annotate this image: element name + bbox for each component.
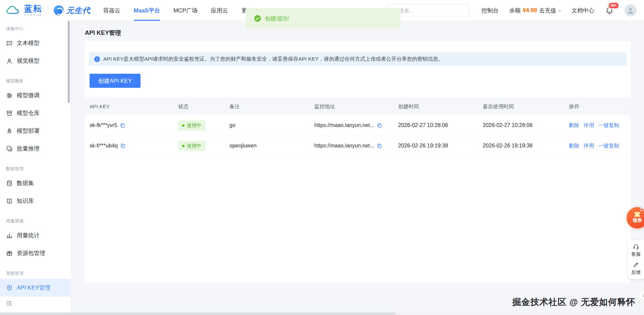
- sidebar-item-dataset[interactable]: 数据集: [0, 174, 70, 192]
- disable-link[interactable]: 停用: [584, 122, 594, 129]
- headset-icon: [633, 243, 639, 250]
- api-key-value: sk-fk***yvr5: [90, 122, 117, 128]
- balance-amount: ¥4.99: [523, 7, 537, 14]
- brand-logo[interactable]: 蓝耘 LANYUN: [6, 4, 43, 17]
- delete-link[interactable]: 删除: [569, 122, 579, 129]
- horizontal-scrollbar-thumb[interactable]: [0, 313, 396, 315]
- nav-item-container-cloud[interactable]: 容器云: [103, 0, 120, 21]
- sidebar-item-model-repo[interactable]: 模型仓库: [0, 104, 70, 122]
- balance-widget[interactable]: 余额 ¥4.99 去充值 ›: [509, 7, 561, 14]
- sidebar-section-experience: 体验中心: [6, 26, 70, 32]
- product-name: 元生代: [66, 5, 91, 16]
- copy-all-link[interactable]: 一键复制: [598, 142, 619, 149]
- copy-icon[interactable]: [120, 143, 126, 149]
- sidebar-item-label: 数据集: [17, 179, 34, 187]
- monitor-url-value: https://maas.lanyun.net...: [314, 122, 374, 128]
- sidebar: 体验中心 文本模型 视觉模型 模型服务 模型微调 模型仓库 模型部署 批量推理 …: [0, 21, 70, 312]
- sidebar-item-usage-stats[interactable]: 用量统计: [0, 227, 70, 244]
- feedback-label: 反馈: [631, 269, 641, 275]
- main-content: API KEY管理 API KEY是大模型API请求时的安全鉴权凭证。为了您的财…: [70, 21, 644, 312]
- cloud-logo-icon: [6, 5, 21, 15]
- rocket-icon: [6, 128, 13, 134]
- pencil-icon: [633, 261, 639, 268]
- create-api-key-button[interactable]: 创建API KEY: [90, 74, 141, 88]
- sidebar-item-api-key[interactable]: API KEY管理: [0, 279, 70, 297]
- sliders-icon: [6, 92, 13, 99]
- last-used-time: 2026-02-27 10:28:06: [483, 122, 533, 128]
- console-link[interactable]: 控制台: [481, 7, 498, 14]
- notifications-button[interactable]: 99+: [605, 6, 614, 15]
- sidebar-item-label: 文本模型: [17, 39, 40, 47]
- sidebar-item-resource-package[interactable]: 资源包管理: [0, 244, 70, 262]
- table-row: sk-fi***ub4q 使用中 openjiuwen https://maas…: [85, 136, 631, 156]
- sidebar-section-data-management: 数据管理: [6, 166, 70, 172]
- sidebar-item-deploy[interactable]: 模型部署: [0, 122, 70, 140]
- security-notice-banner: API KEY是大模型API请求时的安全鉴权凭证。为了您的财产和服务安全，请妥善…: [89, 52, 627, 66]
- horizontal-scrollbar[interactable]: [0, 312, 644, 315]
- copy-icon[interactable]: [377, 123, 382, 128]
- sidebar-item-label: 模型仓库: [17, 109, 40, 117]
- api-key-card: API KEY是大模型API请求时的安全鉴权凭证。为了您的财产和服务安全，请妥善…: [85, 41, 631, 283]
- sidebar-item-knowledge-base[interactable]: 知识库: [0, 192, 70, 210]
- recharge-link[interactable]: 去充值: [539, 7, 556, 14]
- created-time: 2026-02-27 10:28:06: [398, 122, 448, 128]
- success-toast: 创建成功!: [246, 8, 400, 29]
- sidebar-item-finetune[interactable]: 模型微调: [0, 86, 70, 104]
- api-key-value: sk-fi***ub4q: [90, 143, 118, 149]
- sidebar-scrollbar-thumb[interactable]: [68, 21, 70, 103]
- shield-key-icon: [6, 285, 13, 291]
- sidebar-collapse-icon[interactable]: [5, 300, 13, 307]
- layout: 体验中心 文本模型 视觉模型 模型服务 模型微调 模型仓库 模型部署 批量推理 …: [0, 21, 644, 312]
- delete-link[interactable]: 删除: [569, 142, 579, 149]
- column-header-monitor-url: 监控地址: [310, 103, 393, 110]
- nav-item-app-cloud[interactable]: 应用云: [211, 0, 228, 21]
- sidebar-section-model-service: 模型服务: [6, 78, 70, 84]
- docs-link[interactable]: 文档中心: [572, 7, 594, 14]
- sidebar-item-label: 模型部署: [17, 127, 40, 135]
- table-row: sk-fk***yvr5 使用中 go https://maas.lanyun.…: [85, 115, 631, 136]
- security-notice-text: API KEY是大模型API请求时的安全鉴权凭证。为了您的财产和服务安全，请妥善…: [103, 56, 443, 63]
- brand-name-en: LANYUN: [24, 14, 43, 17]
- sidebar-item-label: API KEY管理: [17, 284, 50, 292]
- vision-icon: [6, 58, 13, 64]
- sidebar-item-label: 用量统计: [17, 232, 40, 239]
- page-title: API KEY管理: [85, 29, 631, 37]
- chat-icon: [6, 40, 13, 47]
- nav-item-mcp-market[interactable]: MCP广场: [173, 0, 198, 21]
- sidebar-section-usage: 用量观测: [6, 218, 70, 224]
- sidebar-item-text-model[interactable]: 文本模型: [0, 34, 70, 52]
- column-header-status: 状态: [173, 103, 225, 110]
- copy-all-link[interactable]: 一键复制: [598, 122, 619, 129]
- nav-item-maas-platform[interactable]: MaaS平台: [134, 0, 160, 21]
- user-avatar[interactable]: [625, 4, 637, 16]
- coupon-notification-dot: [640, 208, 643, 211]
- status-badge: 使用中: [178, 141, 206, 151]
- coupon-label: 领券: [633, 217, 642, 224]
- navbar-right: 控制台 余额 ¥4.99 去充值 › 文档中心 99+: [481, 4, 637, 16]
- status-badge: 使用中: [178, 120, 206, 131]
- disable-link[interactable]: 停用: [584, 142, 594, 149]
- sidebar-item-label: 知识库: [17, 197, 34, 205]
- monitor-url-value: https://maas.lanyun.net...: [314, 143, 374, 149]
- note-value: go: [229, 122, 235, 128]
- notification-badge: 99+: [608, 2, 619, 9]
- archive-icon: [6, 110, 13, 117]
- sidebar-item-label: 资源包管理: [17, 249, 45, 257]
- customer-service-label: 客服: [631, 251, 641, 257]
- copy-icon[interactable]: [120, 123, 125, 128]
- product-logo[interactable]: 元生代: [54, 5, 91, 16]
- user-icon: [626, 6, 635, 15]
- sidebar-item-batch-inference[interactable]: 批量推理: [0, 140, 70, 158]
- column-header-created: 创建时间: [393, 103, 478, 110]
- copy-icon[interactable]: [377, 143, 382, 149]
- ticket-icon: [634, 212, 640, 217]
- status-dot-icon: [182, 145, 184, 147]
- status-dot-icon: [182, 124, 184, 127]
- customer-service-button[interactable]: 客服: [628, 243, 644, 257]
- feedback-button[interactable]: 反馈: [628, 261, 644, 275]
- column-header-last-used: 最后使用时间: [478, 103, 564, 110]
- toast-message: 创建成功!: [265, 15, 289, 22]
- table-header-row: API KEY 状态 备注 监控地址 创建时间 最后使用时间 操作: [85, 98, 631, 115]
- sidebar-item-vision-model[interactable]: 视觉模型: [0, 52, 70, 70]
- watermark: 掘金技术社区 @ 无爱如何释怀: [512, 296, 635, 308]
